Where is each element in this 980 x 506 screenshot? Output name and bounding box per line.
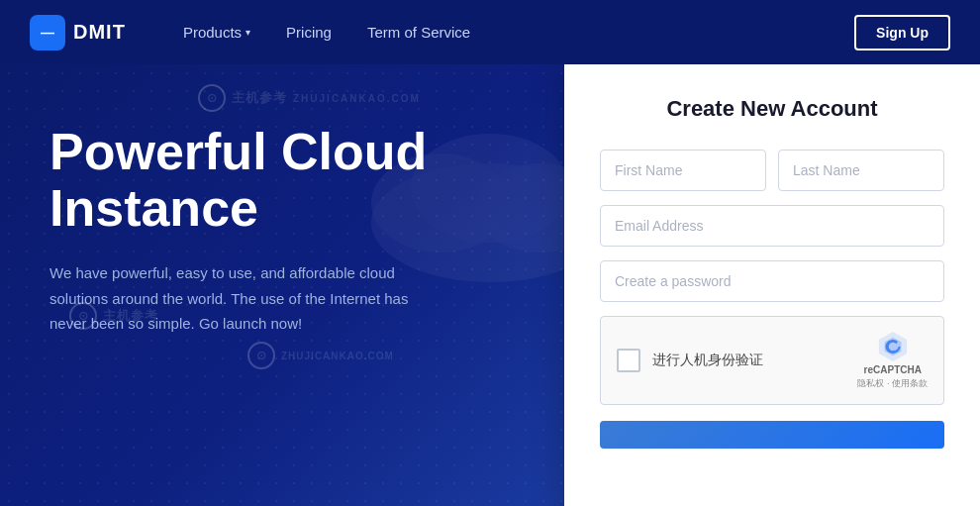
logo-icon: — <box>30 15 65 51</box>
nav-item-products[interactable]: Products ▾ <box>165 0 268 64</box>
nav-links: Products ▾ Pricing Term of Service <box>165 0 854 64</box>
recaptcha-checkbox[interactable] <box>617 349 640 372</box>
name-row <box>600 150 944 191</box>
last-name-input[interactable] <box>778 150 944 191</box>
nav-item-tos[interactable]: Term of Service <box>349 0 488 64</box>
recaptcha-logo-icon <box>877 331 909 362</box>
chevron-down-icon: ▾ <box>245 27 250 38</box>
recaptcha-brand-text: reCAPTCHA <box>864 364 922 375</box>
email-row <box>600 205 944 247</box>
signup-button[interactable]: Sign Up <box>854 15 950 51</box>
form-title: Create New Account <box>600 96 944 122</box>
navbar: — DMIT Products ▾ Pricing Term of Servic… <box>0 0 980 64</box>
recaptcha-label: 进行人机身份验证 <box>652 352 763 369</box>
recaptcha-links-text: 隐私权 · 使用条款 <box>857 377 928 390</box>
form-panel: Create New Account 进行人机身份验证 reCAPTCH <box>564 64 980 506</box>
recaptcha-left: 进行人机身份验证 <box>617 349 763 372</box>
hero-section: ⊙ 主机参考 ZHUJICANKAO.COM ⊙ 主机参考 ZHUJICANKA… <box>0 64 980 506</box>
password-row <box>600 260 944 302</box>
logo-text: DMIT <box>73 21 126 44</box>
create-account-button[interactable] <box>600 421 944 449</box>
recaptcha-widget[interactable]: 进行人机身份验证 reCAPTCHA 隐私权 · 使用条款 <box>600 316 944 405</box>
email-input[interactable] <box>600 205 944 247</box>
nav-item-pricing[interactable]: Pricing <box>268 0 349 64</box>
recaptcha-right: reCAPTCHA 隐私权 · 使用条款 <box>857 331 928 390</box>
logo-area[interactable]: — DMIT <box>30 15 126 51</box>
hero-content: Powerful Cloud Instance We have powerful… <box>0 64 525 376</box>
password-input[interactable] <box>600 260 944 302</box>
hero-subtitle: We have powerful, easy to use, and affor… <box>49 260 426 337</box>
first-name-input[interactable] <box>600 150 766 191</box>
hero-title: Powerful Cloud Instance <box>49 124 485 237</box>
